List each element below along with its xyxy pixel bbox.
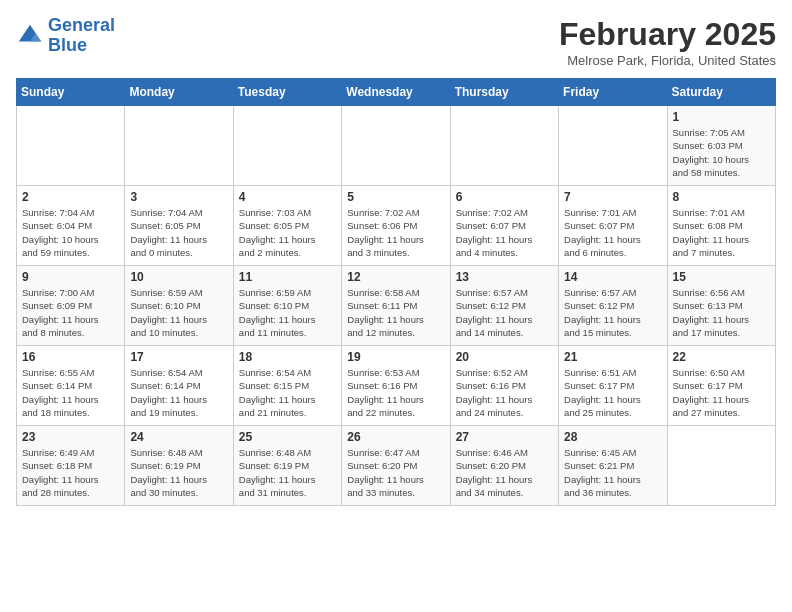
day-number: 10 [130, 270, 227, 284]
day-cell: 27Sunrise: 6:46 AM Sunset: 6:20 PM Dayli… [450, 426, 558, 506]
page-header: General Blue February 2025 Melrose Park,… [16, 16, 776, 68]
column-header-tuesday: Tuesday [233, 79, 341, 106]
logo-text: General Blue [48, 16, 115, 56]
day-info: Sunrise: 6:58 AM Sunset: 6:11 PM Dayligh… [347, 286, 444, 339]
day-number: 17 [130, 350, 227, 364]
day-info: Sunrise: 6:56 AM Sunset: 6:13 PM Dayligh… [673, 286, 770, 339]
day-cell [17, 106, 125, 186]
day-cell: 21Sunrise: 6:51 AM Sunset: 6:17 PM Dayli… [559, 346, 667, 426]
location: Melrose Park, Florida, United States [559, 53, 776, 68]
day-cell: 6Sunrise: 7:02 AM Sunset: 6:07 PM Daylig… [450, 186, 558, 266]
day-info: Sunrise: 6:59 AM Sunset: 6:10 PM Dayligh… [130, 286, 227, 339]
calendar-header: SundayMondayTuesdayWednesdayThursdayFrid… [17, 79, 776, 106]
day-number: 9 [22, 270, 119, 284]
day-number: 18 [239, 350, 336, 364]
day-cell: 3Sunrise: 7:04 AM Sunset: 6:05 PM Daylig… [125, 186, 233, 266]
day-cell [450, 106, 558, 186]
column-header-friday: Friday [559, 79, 667, 106]
day-number: 20 [456, 350, 553, 364]
day-number: 13 [456, 270, 553, 284]
day-cell [125, 106, 233, 186]
day-cell [342, 106, 450, 186]
day-info: Sunrise: 6:48 AM Sunset: 6:19 PM Dayligh… [239, 446, 336, 499]
day-info: Sunrise: 7:04 AM Sunset: 6:04 PM Dayligh… [22, 206, 119, 259]
day-info: Sunrise: 6:47 AM Sunset: 6:20 PM Dayligh… [347, 446, 444, 499]
day-cell: 17Sunrise: 6:54 AM Sunset: 6:14 PM Dayli… [125, 346, 233, 426]
day-info: Sunrise: 7:04 AM Sunset: 6:05 PM Dayligh… [130, 206, 227, 259]
column-header-saturday: Saturday [667, 79, 775, 106]
day-cell: 25Sunrise: 6:48 AM Sunset: 6:19 PM Dayli… [233, 426, 341, 506]
day-cell: 10Sunrise: 6:59 AM Sunset: 6:10 PM Dayli… [125, 266, 233, 346]
day-number: 26 [347, 430, 444, 444]
day-cell [667, 426, 775, 506]
day-cell: 14Sunrise: 6:57 AM Sunset: 6:12 PM Dayli… [559, 266, 667, 346]
day-info: Sunrise: 7:02 AM Sunset: 6:06 PM Dayligh… [347, 206, 444, 259]
column-header-sunday: Sunday [17, 79, 125, 106]
day-number: 3 [130, 190, 227, 204]
day-info: Sunrise: 6:59 AM Sunset: 6:10 PM Dayligh… [239, 286, 336, 339]
day-number: 16 [22, 350, 119, 364]
day-cell: 24Sunrise: 6:48 AM Sunset: 6:19 PM Dayli… [125, 426, 233, 506]
day-cell: 20Sunrise: 6:52 AM Sunset: 6:16 PM Dayli… [450, 346, 558, 426]
day-cell: 23Sunrise: 6:49 AM Sunset: 6:18 PM Dayli… [17, 426, 125, 506]
day-number: 2 [22, 190, 119, 204]
month-title: February 2025 [559, 16, 776, 53]
day-cell: 7Sunrise: 7:01 AM Sunset: 6:07 PM Daylig… [559, 186, 667, 266]
week-row-2: 2Sunrise: 7:04 AM Sunset: 6:04 PM Daylig… [17, 186, 776, 266]
logo-icon [16, 22, 44, 50]
day-info: Sunrise: 6:53 AM Sunset: 6:16 PM Dayligh… [347, 366, 444, 419]
day-info: Sunrise: 7:02 AM Sunset: 6:07 PM Dayligh… [456, 206, 553, 259]
day-number: 14 [564, 270, 661, 284]
day-cell: 4Sunrise: 7:03 AM Sunset: 6:05 PM Daylig… [233, 186, 341, 266]
day-number: 27 [456, 430, 553, 444]
day-info: Sunrise: 6:45 AM Sunset: 6:21 PM Dayligh… [564, 446, 661, 499]
day-info: Sunrise: 6:57 AM Sunset: 6:12 PM Dayligh… [564, 286, 661, 339]
day-info: Sunrise: 7:01 AM Sunset: 6:08 PM Dayligh… [673, 206, 770, 259]
column-header-thursday: Thursday [450, 79, 558, 106]
day-number: 19 [347, 350, 444, 364]
day-number: 4 [239, 190, 336, 204]
day-info: Sunrise: 7:00 AM Sunset: 6:09 PM Dayligh… [22, 286, 119, 339]
day-info: Sunrise: 6:51 AM Sunset: 6:17 PM Dayligh… [564, 366, 661, 419]
day-number: 6 [456, 190, 553, 204]
day-cell [559, 106, 667, 186]
day-info: Sunrise: 6:46 AM Sunset: 6:20 PM Dayligh… [456, 446, 553, 499]
day-number: 8 [673, 190, 770, 204]
day-cell: 28Sunrise: 6:45 AM Sunset: 6:21 PM Dayli… [559, 426, 667, 506]
day-cell: 15Sunrise: 6:56 AM Sunset: 6:13 PM Dayli… [667, 266, 775, 346]
day-info: Sunrise: 6:55 AM Sunset: 6:14 PM Dayligh… [22, 366, 119, 419]
day-cell: 19Sunrise: 6:53 AM Sunset: 6:16 PM Dayli… [342, 346, 450, 426]
day-cell: 16Sunrise: 6:55 AM Sunset: 6:14 PM Dayli… [17, 346, 125, 426]
day-cell: 26Sunrise: 6:47 AM Sunset: 6:20 PM Dayli… [342, 426, 450, 506]
day-cell: 5Sunrise: 7:02 AM Sunset: 6:06 PM Daylig… [342, 186, 450, 266]
day-number: 7 [564, 190, 661, 204]
week-row-1: 1Sunrise: 7:05 AM Sunset: 6:03 PM Daylig… [17, 106, 776, 186]
day-info: Sunrise: 6:57 AM Sunset: 6:12 PM Dayligh… [456, 286, 553, 339]
day-info: Sunrise: 7:03 AM Sunset: 6:05 PM Dayligh… [239, 206, 336, 259]
logo: General Blue [16, 16, 115, 56]
day-info: Sunrise: 7:01 AM Sunset: 6:07 PM Dayligh… [564, 206, 661, 259]
day-number: 21 [564, 350, 661, 364]
day-info: Sunrise: 6:50 AM Sunset: 6:17 PM Dayligh… [673, 366, 770, 419]
day-cell: 9Sunrise: 7:00 AM Sunset: 6:09 PM Daylig… [17, 266, 125, 346]
week-row-3: 9Sunrise: 7:00 AM Sunset: 6:09 PM Daylig… [17, 266, 776, 346]
day-cell: 13Sunrise: 6:57 AM Sunset: 6:12 PM Dayli… [450, 266, 558, 346]
day-number: 15 [673, 270, 770, 284]
day-cell [233, 106, 341, 186]
day-cell: 22Sunrise: 6:50 AM Sunset: 6:17 PM Dayli… [667, 346, 775, 426]
day-info: Sunrise: 6:54 AM Sunset: 6:14 PM Dayligh… [130, 366, 227, 419]
day-number: 12 [347, 270, 444, 284]
header-row: SundayMondayTuesdayWednesdayThursdayFrid… [17, 79, 776, 106]
column-header-wednesday: Wednesday [342, 79, 450, 106]
day-cell: 12Sunrise: 6:58 AM Sunset: 6:11 PM Dayli… [342, 266, 450, 346]
day-number: 25 [239, 430, 336, 444]
day-cell: 11Sunrise: 6:59 AM Sunset: 6:10 PM Dayli… [233, 266, 341, 346]
day-cell: 18Sunrise: 6:54 AM Sunset: 6:15 PM Dayli… [233, 346, 341, 426]
week-row-5: 23Sunrise: 6:49 AM Sunset: 6:18 PM Dayli… [17, 426, 776, 506]
day-number: 22 [673, 350, 770, 364]
day-cell: 1Sunrise: 7:05 AM Sunset: 6:03 PM Daylig… [667, 106, 775, 186]
day-info: Sunrise: 6:52 AM Sunset: 6:16 PM Dayligh… [456, 366, 553, 419]
day-info: Sunrise: 6:48 AM Sunset: 6:19 PM Dayligh… [130, 446, 227, 499]
day-cell: 2Sunrise: 7:04 AM Sunset: 6:04 PM Daylig… [17, 186, 125, 266]
day-number: 23 [22, 430, 119, 444]
